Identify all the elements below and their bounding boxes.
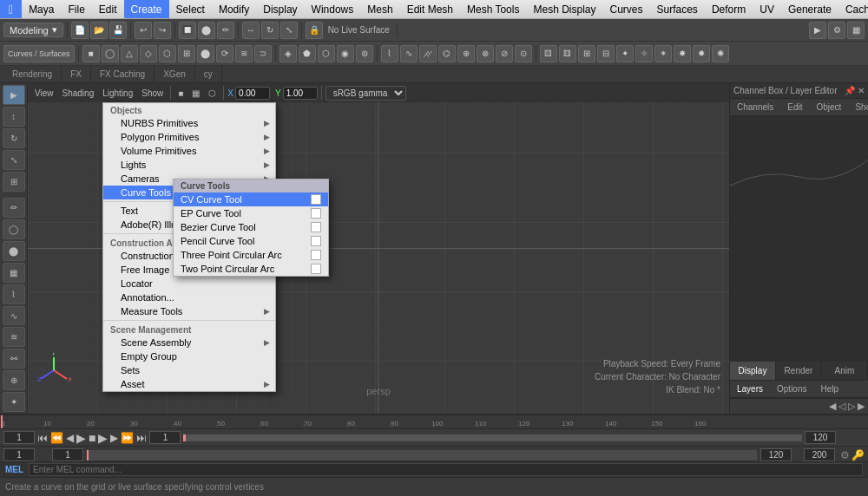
open-btn[interactable]: 📂 [90,22,108,39]
extra-btn-10[interactable]: ✺ [712,45,729,62]
extra-btn-5[interactable]: ✦ [616,45,634,62]
vp-cam2-btn[interactable]: ▦ [188,88,203,98]
surfaces-menu[interactable]: Surfaces [650,0,705,18]
vp-cam-btn[interactable]: ■ [174,88,187,98]
shape-btn-1[interactable]: ■ [82,45,100,62]
shape-btn-2[interactable]: ◯ [102,45,119,62]
prev-frame-btn[interactable]: ⏪ [50,432,63,444]
shape-btn-9[interactable]: ≋ [235,45,253,62]
range-end-input[interactable] [805,431,836,444]
extra-btn-1[interactable]: ⚄ [540,45,557,62]
edit-tab[interactable]: Edit [780,99,809,115]
extra-btn-7[interactable]: ✶ [654,45,672,62]
shape-btn-8[interactable]: ⟳ [216,45,233,62]
tab-fx-caching[interactable]: FX Caching [91,66,155,82]
options-subtab[interactable]: Options [770,381,813,397]
undo-btn[interactable]: ↩ [135,22,152,39]
current-frame-input[interactable] [3,431,35,444]
shape-btn-10[interactable]: ⊃ [254,45,272,62]
display-tab[interactable]: Display [730,362,776,380]
nurbs-btn-8[interactable]: ⊙ [515,45,532,62]
x-input[interactable]: 0.00 [235,87,270,100]
move-tool-btn[interactable]: ↕ [3,107,25,127]
nurbs-btn-7[interactable]: ⊘ [496,45,513,62]
paint-select-btn[interactable]: ✏ [3,198,25,218]
poly-btn-2[interactable]: ⬟ [299,45,316,62]
select-menu[interactable]: Select [169,0,212,18]
nav-right2-icon[interactable]: ▶ [858,401,865,412]
paint-btn[interactable]: ✏ [217,22,234,39]
deform-menu[interactable]: Deform [705,0,753,18]
panel-close-icon[interactable]: ✕ [858,86,865,95]
curves-menu[interactable]: Curves [603,0,650,18]
mel-input[interactable] [29,463,863,476]
scale-btn[interactable]: ⤡ [280,22,298,39]
end-frame-input[interactable] [760,448,792,461]
free-image-plane-item[interactable]: Free Image Plane [103,263,275,277]
panel-pin-icon[interactable]: 📌 [845,86,855,95]
prev-key-btn[interactable]: ◀ [66,432,74,444]
volume-primitives-item[interactable]: Volume Primitives [103,144,275,158]
range-start-input[interactable] [149,431,181,444]
nurbs-btn-4[interactable]: ⌬ [438,45,456,62]
construction-plane-item[interactable]: Construction Plane [103,249,275,263]
illustrator-item[interactable]: Adobe(R) Illustrator(R) Object... [103,218,275,232]
annotation-item[interactable]: Annotation... [103,290,275,304]
generate-menu[interactable]: Generate [781,0,838,18]
shape-btn-5[interactable]: ⬡ [159,45,176,62]
play-back-btn[interactable]: ▶ [76,431,86,445]
rotate-tool-btn[interactable]: ↻ [3,128,25,148]
extra-btn-4[interactable]: ⊟ [597,45,615,62]
frame-val-input[interactable] [3,448,35,461]
render-btn[interactable]: ▶ [809,22,826,39]
empty-group-item[interactable]: Empty Group [103,349,275,363]
curve-tools-item[interactable]: Curve Tools [103,186,275,199]
redo-btn[interactable]: ↪ [154,22,171,39]
cache-menu[interactable]: Cache [838,0,868,18]
next-key-btn[interactable]: ▶ [110,432,118,444]
locator-item[interactable]: Locator [103,277,275,290]
lasso-btn[interactable]: ⬤ [198,22,215,39]
extra-btn-6[interactable]: ✧ [635,45,653,62]
deform-btn[interactable]: ⌇ [3,284,25,304]
next-frame-btn[interactable]: ⏩ [121,432,134,444]
key-input[interactable] [52,448,83,461]
go-end-btn[interactable]: ⏭ [136,432,147,444]
play-fwd-btn[interactable]: ▶ [98,431,108,445]
nurbs-btn-5[interactable]: ⊕ [457,45,475,62]
save-btn[interactable]: 💾 [109,22,127,39]
show-tab[interactable]: Show [848,99,868,115]
gamma-dropdown[interactable]: sRGB gamma [326,86,406,101]
measure-tools-item[interactable]: Measure Tools [103,304,275,318]
wire-btn[interactable]: ⚯ [3,349,25,369]
scene-assembly-item[interactable]: Scene Assembly [103,336,275,349]
mesh-display-menu[interactable]: Mesh Display [526,0,602,18]
shape-btn-3[interactable]: △ [121,45,138,62]
vp-view-btn[interactable]: View [31,88,57,98]
text-item[interactable]: Text [103,204,275,218]
select-btn[interactable]: 🔲 [179,22,196,39]
tab-rendering[interactable]: Rendering [3,66,62,82]
channels-tab[interactable]: Channels [730,99,780,115]
mesh-menu[interactable]: Mesh [360,0,399,18]
help-subtab[interactable]: Help [813,381,845,397]
windows-menu[interactable]: Windows [305,0,361,18]
file-menu[interactable]: File [61,0,91,18]
curves-tab-btn[interactable]: Curves / Surfaces [3,45,75,62]
options-btn[interactable]: ⚙ [828,22,845,39]
poly-btn-5[interactable]: ⊚ [356,45,373,62]
edit-mesh-menu[interactable]: Edit Mesh [400,0,460,18]
object-tab[interactable]: Object [810,99,849,115]
extra-btn-3[interactable]: ⊞ [578,45,595,62]
soft-mod-btn[interactable]: ◯ [3,219,25,239]
cluster-btn[interactable]: ✦ [3,392,25,412]
extra-btn-2[interactable]: ⚅ [559,45,576,62]
anim-tab[interactable]: Anim [822,362,868,380]
mode-dropdown[interactable]: Modeling ▾ [3,23,63,37]
vp-lighting-btn[interactable]: Lighting [99,88,136,98]
tab-fx[interactable]: FX [62,66,91,82]
modify-menu[interactable]: Modify [212,0,256,18]
tl-anim-icon[interactable]: 🔑 [852,449,865,461]
y-input[interactable] [283,87,318,100]
tl-settings-icon[interactable]: ⚙ [840,449,850,461]
